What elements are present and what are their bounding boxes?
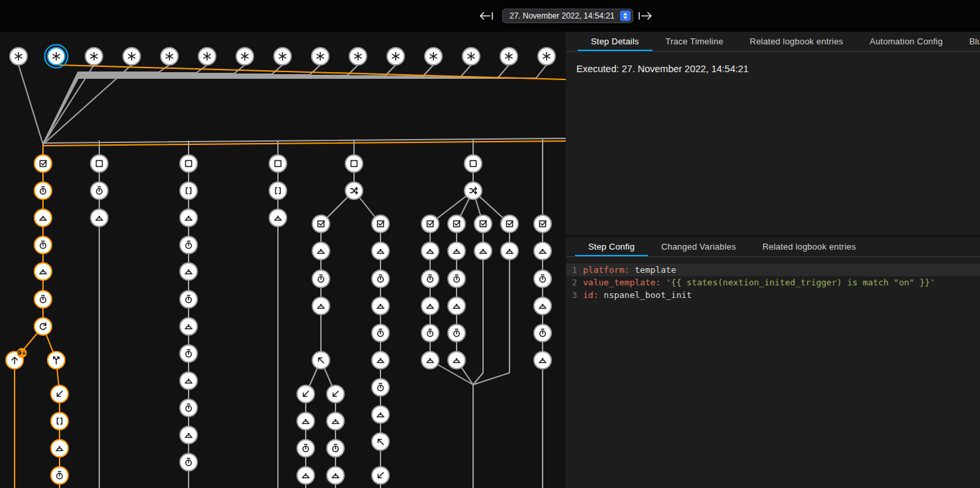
graph-node-service-bell[interactable]	[422, 242, 439, 260]
trace-run-selector[interactable]: 27. November 2022, 14:54:21	[502, 9, 633, 23]
tab-step-details[interactable]: Step Details	[578, 32, 652, 51]
graph-node-service-bell[interactable]	[312, 242, 330, 260]
graph-node-checkbox-marked[interactable]	[372, 215, 389, 232]
graph-node-timer[interactable]	[91, 182, 108, 199]
graph-node-timer[interactable]	[448, 270, 465, 287]
graph-node-service-bell[interactable]	[448, 297, 465, 315]
graph-node-call-split[interactable]	[48, 352, 65, 369]
graph-node-service-bell[interactable]	[534, 242, 551, 260]
graph-node-asterisk[interactable]	[387, 48, 404, 65]
tab-related-logbook-entries[interactable]: Related logbook entries	[736, 32, 856, 51]
graph-node-timer[interactable]	[327, 440, 344, 457]
graph-node-service-bell[interactable]	[297, 413, 314, 430]
graph-node-service-bell[interactable]	[297, 467, 314, 484]
graph-node-timer[interactable]	[34, 291, 52, 308]
graph-node-service-bell[interactable]	[474, 242, 492, 260]
graph-node-shuffle[interactable]	[345, 182, 363, 199]
tab-blueprint-config[interactable]: Blueprint Config	[956, 32, 980, 51]
graph-node-code-brackets[interactable]	[51, 413, 68, 430]
graph-node-asterisk[interactable]	[500, 48, 517, 65]
graph-node-checkbox-blank[interactable]	[180, 155, 197, 172]
graph-node-timer[interactable]	[312, 270, 330, 287]
graph-node-asterisk[interactable]	[312, 48, 329, 65]
graph-node-service-bell[interactable]	[312, 297, 330, 315]
graph-node-checkbox-marked[interactable]	[448, 215, 465, 232]
graph-node-checkbox-blank[interactable]	[269, 155, 287, 172]
graph-node-asterisk[interactable]	[85, 48, 103, 65]
graph-node-asterisk[interactable]	[463, 48, 480, 65]
graph-node-service-bell[interactable]	[372, 297, 389, 315]
graph-node-timer[interactable]	[34, 182, 52, 199]
graph-node-asterisk[interactable]	[425, 48, 442, 65]
tab-automation-config[interactable]: Automation Config	[856, 32, 956, 51]
graph-node-timer[interactable]	[180, 345, 197, 362]
graph-node-service-bell[interactable]	[422, 297, 439, 315]
tab-step-config[interactable]: Step Config	[575, 237, 648, 256]
graph-node-service-bell[interactable]	[372, 352, 389, 369]
graph-node-asterisk[interactable]	[199, 48, 216, 65]
graph-node-service-bell[interactable]	[180, 318, 197, 335]
graph-node-asterisk[interactable]	[538, 48, 555, 65]
graph-node-asterisk[interactable]	[236, 48, 253, 65]
graph-node-code-brackets[interactable]	[269, 182, 287, 199]
graph-node-timer[interactable]	[422, 270, 439, 287]
graph-node-timer[interactable]	[448, 324, 465, 342]
graph-node-service-bell[interactable]	[180, 426, 197, 444]
graph-node-checkbox-marked[interactable]	[501, 215, 518, 232]
graph-node-code-brackets[interactable]	[180, 182, 197, 199]
graph-node-service-bell[interactable]	[327, 467, 344, 484]
graph-node-arrow-bottom-left[interactable]	[297, 385, 314, 403]
graph-node-timer[interactable]	[372, 270, 389, 287]
graph-node-arrow-top-left[interactable]	[372, 433, 389, 450]
graph-node-asterisk[interactable]	[123, 48, 140, 65]
graph-node-timer[interactable]	[422, 324, 439, 342]
graph-node-service-bell[interactable]	[422, 352, 439, 369]
graph-node-service-bell[interactable]	[327, 413, 344, 430]
graph-node-timer[interactable]	[297, 440, 314, 457]
graph-node-arrow-up[interactable]: 9+	[6, 348, 27, 369]
tab-changed-variables[interactable]: Changed Variables	[648, 237, 749, 256]
graph-node-service-bell[interactable]	[501, 242, 518, 260]
graph-node-asterisk[interactable]	[349, 48, 367, 65]
graph-node-asterisk[interactable]	[45, 45, 68, 68]
step-config-code-editor[interactable]: 1 platform: template 2 value_template: '…	[566, 264, 980, 488]
previous-trace-button[interactable]	[476, 10, 496, 22]
graph-node-arrow-bottom-left[interactable]	[372, 467, 389, 484]
graph-node-timer[interactable]	[51, 467, 68, 484]
graph-node-arrow-top-left[interactable]	[312, 352, 330, 369]
graph-node-service-bell[interactable]	[534, 297, 551, 315]
graph-node-service-bell[interactable]	[34, 209, 52, 226]
graph-node-asterisk[interactable]	[10, 48, 27, 65]
graph-node-shuffle[interactable]	[465, 182, 482, 199]
graph-node-service-bell[interactable]	[34, 263, 52, 280]
next-trace-button[interactable]	[635, 10, 655, 22]
graph-node-service-bell[interactable]	[448, 242, 465, 260]
graph-node-timer[interactable]	[34, 236, 52, 254]
graph-node-checkbox-blank[interactable]	[465, 155, 482, 172]
graph-node-service-bell[interactable]	[180, 209, 197, 226]
graph-node-timer[interactable]	[180, 291, 197, 308]
graph-node-checkbox-marked[interactable]	[312, 215, 330, 232]
graph-node-service-bell[interactable]	[91, 209, 108, 226]
graph-node-asterisk[interactable]	[274, 48, 291, 65]
graph-node-timer[interactable]	[180, 236, 197, 254]
graph-node-service-bell[interactable]	[51, 440, 68, 457]
graph-node-service-bell[interactable]	[534, 352, 551, 369]
graph-node-arrow-bottom-left[interactable]	[327, 385, 344, 403]
graph-node-timer[interactable]	[180, 454, 197, 471]
graph-node-service-bell[interactable]	[448, 352, 465, 369]
graph-node-checkbox-marked[interactable]	[474, 215, 492, 232]
graph-node-timer[interactable]	[534, 270, 551, 287]
tab-related-logbook-entries-bottom[interactable]: Related logbook entries	[749, 237, 869, 256]
graph-node-service-bell[interactable]	[180, 263, 197, 280]
tab-trace-timeline[interactable]: Trace Timeline	[652, 32, 737, 51]
graph-node-service-bell[interactable]	[180, 372, 197, 389]
graph-node-checkbox-blank[interactable]	[91, 155, 108, 172]
graph-node-service-bell[interactable]	[269, 209, 287, 226]
graph-node-checkbox-marked[interactable]	[534, 215, 551, 232]
graph-node-checkbox-blank[interactable]	[345, 155, 363, 172]
graph-node-service-bell[interactable]	[372, 242, 389, 260]
graph-node-asterisk[interactable]	[161, 48, 178, 65]
graph-node-timer[interactable]	[534, 324, 551, 342]
graph-node-checkbox-marked[interactable]	[422, 215, 439, 232]
